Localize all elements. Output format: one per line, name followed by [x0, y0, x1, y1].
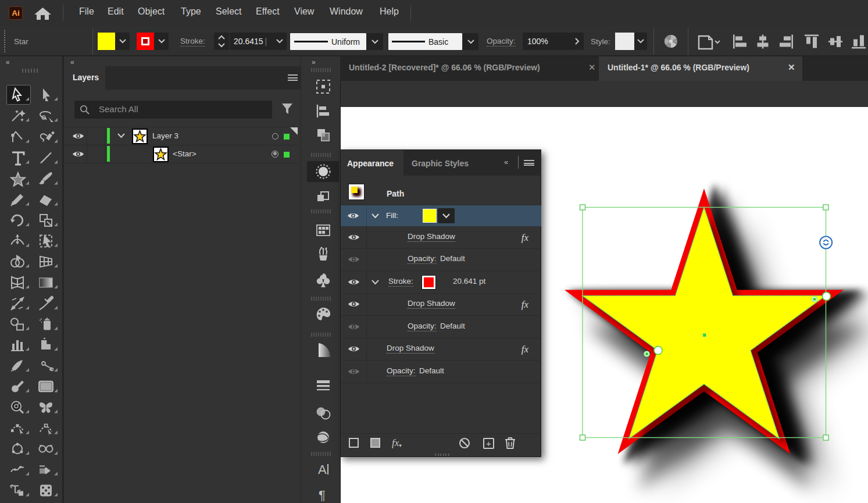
svg-text:A: A: [318, 462, 327, 477]
svg-text:¶: ¶: [319, 488, 326, 502]
